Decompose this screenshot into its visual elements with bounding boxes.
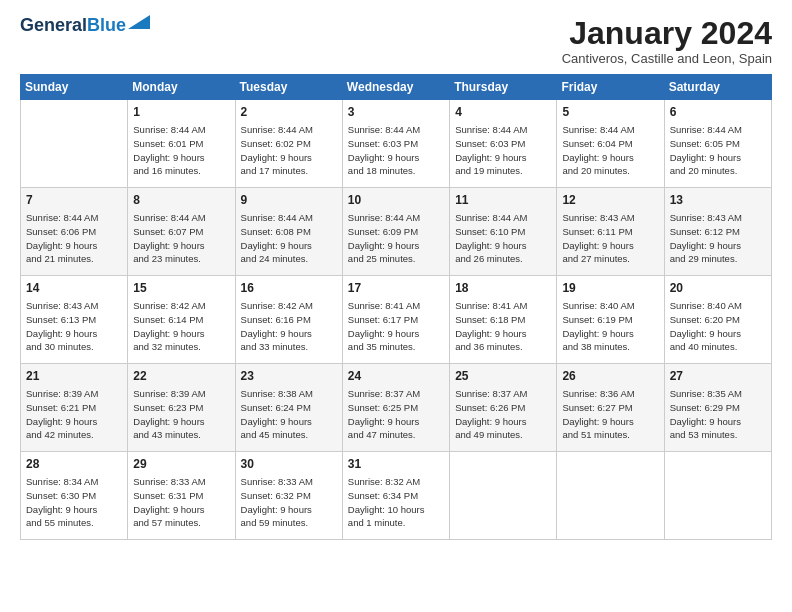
day-info: Sunrise: 8:43 AM Sunset: 6:13 PM Dayligh… [26, 299, 122, 354]
calendar-cell: 11Sunrise: 8:44 AM Sunset: 6:10 PM Dayli… [450, 188, 557, 276]
day-number: 12 [562, 192, 658, 209]
day-info: Sunrise: 8:43 AM Sunset: 6:11 PM Dayligh… [562, 211, 658, 266]
col-header-monday: Monday [128, 75, 235, 100]
day-info: Sunrise: 8:40 AM Sunset: 6:20 PM Dayligh… [670, 299, 766, 354]
day-number: 27 [670, 368, 766, 385]
day-number: 17 [348, 280, 444, 297]
day-info: Sunrise: 8:44 AM Sunset: 6:06 PM Dayligh… [26, 211, 122, 266]
day-number: 11 [455, 192, 551, 209]
day-number: 14 [26, 280, 122, 297]
month-title: January 2024 [562, 16, 772, 51]
day-number: 8 [133, 192, 229, 209]
day-info: Sunrise: 8:43 AM Sunset: 6:12 PM Dayligh… [670, 211, 766, 266]
day-info: Sunrise: 8:44 AM Sunset: 6:09 PM Dayligh… [348, 211, 444, 266]
calendar-cell: 25Sunrise: 8:37 AM Sunset: 6:26 PM Dayli… [450, 364, 557, 452]
day-number: 30 [241, 456, 337, 473]
location-subtitle: Cantiveros, Castille and Leon, Spain [562, 51, 772, 66]
day-info: Sunrise: 8:34 AM Sunset: 6:30 PM Dayligh… [26, 475, 122, 530]
day-info: Sunrise: 8:40 AM Sunset: 6:19 PM Dayligh… [562, 299, 658, 354]
calendar-cell: 2Sunrise: 8:44 AM Sunset: 6:02 PM Daylig… [235, 100, 342, 188]
calendar-cell: 10Sunrise: 8:44 AM Sunset: 6:09 PM Dayli… [342, 188, 449, 276]
day-info: Sunrise: 8:44 AM Sunset: 6:05 PM Dayligh… [670, 123, 766, 178]
calendar-cell: 13Sunrise: 8:43 AM Sunset: 6:12 PM Dayli… [664, 188, 771, 276]
day-info: Sunrise: 8:36 AM Sunset: 6:27 PM Dayligh… [562, 387, 658, 442]
day-number: 13 [670, 192, 766, 209]
day-info: Sunrise: 8:41 AM Sunset: 6:18 PM Dayligh… [455, 299, 551, 354]
calendar-cell: 18Sunrise: 8:41 AM Sunset: 6:18 PM Dayli… [450, 276, 557, 364]
calendar-week-2: 7Sunrise: 8:44 AM Sunset: 6:06 PM Daylig… [21, 188, 772, 276]
page-header: GeneralBlue January 2024 Cantiveros, Cas… [20, 16, 772, 66]
col-header-sunday: Sunday [21, 75, 128, 100]
calendar-cell: 8Sunrise: 8:44 AM Sunset: 6:07 PM Daylig… [128, 188, 235, 276]
day-number: 25 [455, 368, 551, 385]
day-number: 23 [241, 368, 337, 385]
calendar-cell: 1Sunrise: 8:44 AM Sunset: 6:01 PM Daylig… [128, 100, 235, 188]
day-number: 18 [455, 280, 551, 297]
calendar-cell: 24Sunrise: 8:37 AM Sunset: 6:25 PM Dayli… [342, 364, 449, 452]
day-number: 29 [133, 456, 229, 473]
calendar-cell: 30Sunrise: 8:33 AM Sunset: 6:32 PM Dayli… [235, 452, 342, 540]
calendar-header: SundayMondayTuesdayWednesdayThursdayFrid… [21, 75, 772, 100]
calendar-cell: 21Sunrise: 8:39 AM Sunset: 6:21 PM Dayli… [21, 364, 128, 452]
day-info: Sunrise: 8:44 AM Sunset: 6:03 PM Dayligh… [348, 123, 444, 178]
calendar-cell [664, 452, 771, 540]
day-number: 22 [133, 368, 229, 385]
day-info: Sunrise: 8:41 AM Sunset: 6:17 PM Dayligh… [348, 299, 444, 354]
day-info: Sunrise: 8:39 AM Sunset: 6:21 PM Dayligh… [26, 387, 122, 442]
calendar-cell: 7Sunrise: 8:44 AM Sunset: 6:06 PM Daylig… [21, 188, 128, 276]
day-number: 31 [348, 456, 444, 473]
day-info: Sunrise: 8:42 AM Sunset: 6:14 PM Dayligh… [133, 299, 229, 354]
calendar-cell: 14Sunrise: 8:43 AM Sunset: 6:13 PM Dayli… [21, 276, 128, 364]
calendar-cell: 20Sunrise: 8:40 AM Sunset: 6:20 PM Dayli… [664, 276, 771, 364]
title-area: January 2024 Cantiveros, Castille and Le… [562, 16, 772, 66]
day-number: 1 [133, 104, 229, 121]
day-number: 19 [562, 280, 658, 297]
col-header-friday: Friday [557, 75, 664, 100]
day-info: Sunrise: 8:44 AM Sunset: 6:10 PM Dayligh… [455, 211, 551, 266]
logo-general: General [20, 15, 87, 35]
day-number: 15 [133, 280, 229, 297]
day-info: Sunrise: 8:44 AM Sunset: 6:04 PM Dayligh… [562, 123, 658, 178]
calendar-cell: 27Sunrise: 8:35 AM Sunset: 6:29 PM Dayli… [664, 364, 771, 452]
calendar-cell: 3Sunrise: 8:44 AM Sunset: 6:03 PM Daylig… [342, 100, 449, 188]
calendar-cell: 9Sunrise: 8:44 AM Sunset: 6:08 PM Daylig… [235, 188, 342, 276]
day-info: Sunrise: 8:44 AM Sunset: 6:08 PM Dayligh… [241, 211, 337, 266]
col-header-tuesday: Tuesday [235, 75, 342, 100]
calendar-cell [21, 100, 128, 188]
day-info: Sunrise: 8:44 AM Sunset: 6:03 PM Dayligh… [455, 123, 551, 178]
day-info: Sunrise: 8:39 AM Sunset: 6:23 PM Dayligh… [133, 387, 229, 442]
day-number: 16 [241, 280, 337, 297]
calendar-cell: 26Sunrise: 8:36 AM Sunset: 6:27 PM Dayli… [557, 364, 664, 452]
col-header-saturday: Saturday [664, 75, 771, 100]
day-info: Sunrise: 8:32 AM Sunset: 6:34 PM Dayligh… [348, 475, 444, 530]
logo-icon [128, 15, 150, 29]
day-number: 21 [26, 368, 122, 385]
calendar-cell: 15Sunrise: 8:42 AM Sunset: 6:14 PM Dayli… [128, 276, 235, 364]
col-header-wednesday: Wednesday [342, 75, 449, 100]
day-number: 20 [670, 280, 766, 297]
day-number: 5 [562, 104, 658, 121]
day-number: 28 [26, 456, 122, 473]
day-info: Sunrise: 8:38 AM Sunset: 6:24 PM Dayligh… [241, 387, 337, 442]
calendar-cell: 22Sunrise: 8:39 AM Sunset: 6:23 PM Dayli… [128, 364, 235, 452]
calendar-cell: 12Sunrise: 8:43 AM Sunset: 6:11 PM Dayli… [557, 188, 664, 276]
day-info: Sunrise: 8:33 AM Sunset: 6:32 PM Dayligh… [241, 475, 337, 530]
calendar-table: SundayMondayTuesdayWednesdayThursdayFrid… [20, 74, 772, 540]
calendar-cell: 17Sunrise: 8:41 AM Sunset: 6:17 PM Dayli… [342, 276, 449, 364]
day-info: Sunrise: 8:33 AM Sunset: 6:31 PM Dayligh… [133, 475, 229, 530]
calendar-week-4: 21Sunrise: 8:39 AM Sunset: 6:21 PM Dayli… [21, 364, 772, 452]
day-number: 26 [562, 368, 658, 385]
calendar-week-1: 1Sunrise: 8:44 AM Sunset: 6:01 PM Daylig… [21, 100, 772, 188]
calendar-cell: 6Sunrise: 8:44 AM Sunset: 6:05 PM Daylig… [664, 100, 771, 188]
calendar-cell: 23Sunrise: 8:38 AM Sunset: 6:24 PM Dayli… [235, 364, 342, 452]
day-info: Sunrise: 8:35 AM Sunset: 6:29 PM Dayligh… [670, 387, 766, 442]
day-info: Sunrise: 8:37 AM Sunset: 6:25 PM Dayligh… [348, 387, 444, 442]
calendar-cell: 5Sunrise: 8:44 AM Sunset: 6:04 PM Daylig… [557, 100, 664, 188]
calendar-cell: 28Sunrise: 8:34 AM Sunset: 6:30 PM Dayli… [21, 452, 128, 540]
day-number: 3 [348, 104, 444, 121]
day-number: 6 [670, 104, 766, 121]
day-number: 7 [26, 192, 122, 209]
calendar-cell [450, 452, 557, 540]
day-number: 10 [348, 192, 444, 209]
calendar-body: 1Sunrise: 8:44 AM Sunset: 6:01 PM Daylig… [21, 100, 772, 540]
